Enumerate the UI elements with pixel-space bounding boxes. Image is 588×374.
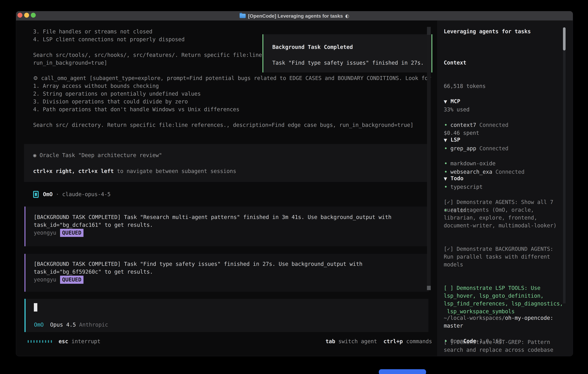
folder-icon [240, 14, 246, 18]
chevron-down-icon: ▼ [444, 136, 447, 144]
input-model-name: Opus 4.5 [50, 322, 76, 328]
main-scrollbar[interactable] [427, 27, 431, 290]
main-scrollbar-top-segment [427, 27, 431, 35]
todo-item-done: [✓] Demonstrate AGENTS: Show all 7 curat… [444, 198, 563, 229]
scrollback-text: 3. File handles or streams not closed 4.… [33, 28, 262, 67]
main-scrollbar-thumb[interactable] [427, 286, 431, 290]
background-task-message: [BACKGROUND TASK COMPLETED] Task "Resear… [24, 207, 429, 246]
agent-checkbox-icon [33, 191, 39, 198]
sidebar: Leveraging agents for tasks Context 66,5… [437, 21, 573, 356]
sidebar-scrollbar-thumb[interactable] [563, 27, 566, 51]
text-cursor [34, 303, 37, 312]
workspace-path: ~/local-workspaces/oh-my-opencode: maste… [444, 314, 553, 330]
chevron-down-icon: ▼ [444, 98, 447, 105]
todo-heading: ▼Todo [444, 175, 563, 183]
hint-key-right: ctrl+x right, [33, 168, 75, 174]
input-provider-name: Anthropic [79, 322, 108, 328]
agent-name: OmO [43, 190, 53, 198]
context-heading: Context [444, 59, 486, 67]
status-badge: QUEUED [60, 276, 84, 284]
toast-body: Task "Find type safety issues" finished … [272, 59, 424, 67]
todo-item-done: [✓] Demonstrate BACKGROUND AGENTS: Run p… [444, 245, 563, 269]
ctrlp-key-label: commands [406, 338, 432, 345]
hint-text: to navigate between subagent sessions [117, 168, 236, 174]
workspace-path-dim: ~/local-workspaces/ [444, 315, 505, 321]
status-badge: QUEUED [60, 229, 84, 237]
minimize-button[interactable] [24, 13, 29, 18]
message-author: yeongyu [34, 276, 56, 284]
tool-call-text: call_omo_agent [subagent_type=explore, p… [33, 75, 431, 128]
model-row: OmO Opus 4.5 Anthropic [34, 321, 108, 329]
oracle-task-title: Oracle Task "Deep architecture review" [40, 152, 162, 158]
spinner-icon [28, 340, 52, 343]
prompt-input[interactable]: OmO Opus 4.5 Anthropic [24, 299, 428, 332]
gear-icon: ⚙ [33, 75, 38, 81]
lsp-heading: ▼LSP [444, 136, 495, 144]
oracle-task-box: ◉ Oracle Task "Deep architecture review"… [24, 144, 427, 182]
todo-item-active: [ ] Demonstrate LSP TOOLS: Use lsp_hover… [444, 284, 563, 315]
zoom-button[interactable] [31, 13, 36, 18]
input-agent-name: OmO [34, 322, 44, 328]
subagent-nav-hint: ctrl+x right, ctrl+x left to navigate be… [33, 167, 236, 175]
record-icon: ◉ [33, 152, 40, 158]
chevron-down-icon: ▼ [444, 175, 447, 183]
esc-key-hint: esc [59, 338, 68, 345]
message-text: [BACKGROUND TASK COMPLETED] Task "Resear… [25, 207, 429, 229]
window-title: [OpenCode] Leveraging agents for tasks [248, 13, 343, 19]
toast-title: Background Task Completed [272, 43, 353, 51]
agent-model: claude-opus-4-5 [62, 190, 111, 198]
tab-key-label: switch agent [338, 338, 377, 345]
statusbar-right: tab switch agent ctrl+p commands [326, 338, 432, 345]
agent-header: OmO · claude-opus-4-5 [33, 190, 111, 198]
traffic-lights [18, 13, 36, 18]
message-author: yeongyu [34, 229, 56, 237]
ctrlp-key-hint: ctrl+p [383, 338, 403, 345]
sidebar-scrollbar[interactable] [563, 27, 566, 303]
hint-key-left: ctrl+x left [78, 168, 114, 174]
statusbar-left: esc interrupt [28, 338, 100, 345]
esc-key-label: interrupt [72, 338, 100, 345]
background-task-toast: Background Task Completed Task "Find typ… [262, 34, 432, 73]
separator-dot: · [56, 190, 59, 198]
dock-indicator [379, 369, 426, 374]
session-progress-icon: ◐ [345, 13, 349, 19]
tab-key-hint: tab [326, 338, 335, 345]
background-task-message: [BACKGROUND TASK COMPLETED] Task "Find t… [24, 254, 429, 292]
app-version: OpenCode 1.0.163 [444, 337, 502, 345]
titlebar: [OpenCode] Leveraging agents for tasks ◐ [16, 11, 573, 21]
status-dot-icon [445, 340, 447, 342]
mcp-heading: ▼MCP [444, 97, 525, 105]
tool-call-block: ⚙ call_omo_agent [subagent_type=explore,… [33, 74, 431, 129]
message-text: [BACKGROUND TASK COMPLETED] Task "Find t… [25, 254, 429, 276]
close-button[interactable] [18, 13, 22, 18]
terminal-window: [OpenCode] Leveraging agents for tasks ◐… [16, 11, 573, 356]
session-title: Leveraging agents for tasks [444, 28, 531, 35]
